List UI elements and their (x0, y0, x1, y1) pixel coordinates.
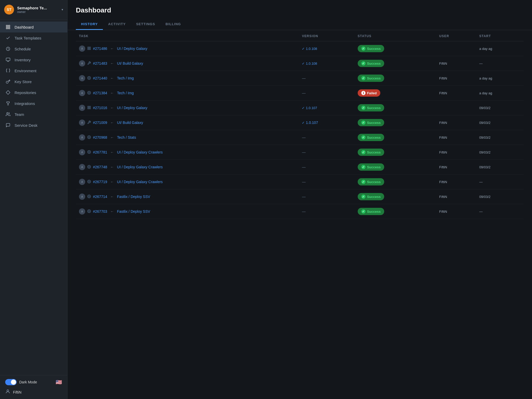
version-text: 1.0.108 (306, 47, 317, 51)
start-cell: — (476, 204, 524, 219)
dark-mode-toggle[interactable] (5, 379, 17, 385)
status-label: Success (367, 62, 381, 65)
task-arrow: ← (110, 195, 114, 199)
user-row[interactable]: FiftiN (5, 389, 62, 395)
sidebar-item-environment[interactable]: Environment (0, 65, 67, 76)
sidebar-item-service-desk[interactable]: Service Desk (0, 120, 67, 131)
task-id[interactable]: #267781 (93, 150, 107, 154)
task-id[interactable]: #271483 (93, 61, 107, 65)
start-cell: 09/03/2 (476, 130, 524, 145)
user-cell: FiftiN (436, 175, 476, 189)
task-id[interactable]: #271440 (93, 76, 107, 80)
status-badge: ✓ Success (358, 75, 384, 82)
tab-history[interactable]: HISTORY (76, 19, 103, 30)
row-avatar: A (79, 60, 85, 66)
table-row[interactable]: A #267719 ← UI / Deploy Galaxy Crawlers … (76, 175, 524, 189)
table-row[interactable]: A #267703 ← Fastlix / Deploy SSV — ✓ Suc… (76, 204, 524, 219)
status-icon: ✓ (361, 195, 365, 199)
task-id[interactable]: #267714 (93, 195, 107, 199)
status-badge: ✓ Success (358, 45, 384, 52)
tab-bar: HISTORYACTIVITYSETTINGSBILLING (76, 19, 524, 30)
version-dash: — (302, 165, 305, 169)
svg-rect-0 (6, 25, 8, 26)
task-cell: A #267714 ← Fastlix / Deploy SSV (76, 189, 299, 204)
status-cell: ✓ Success (355, 130, 436, 145)
task-id[interactable]: #267719 (93, 180, 107, 184)
status-cell: ✓ Success (355, 101, 436, 115)
row-avatar: A (79, 90, 85, 96)
sidebar-item-integrations[interactable]: Integrations (0, 98, 67, 109)
braces-icon (5, 68, 11, 73)
status-cell: ✓ Success (355, 160, 436, 175)
svg-rect-20 (89, 106, 90, 107)
status-badge: ✓ Success (358, 163, 384, 171)
version-cell: — (299, 71, 354, 86)
table-row[interactable]: A #267748 ← UI / Deploy Galaxy Crawlers … (76, 160, 524, 175)
user-label: FiftiN (13, 390, 22, 394)
sidebar-item-schedule[interactable]: Schedule (0, 43, 67, 54)
sidebar-item-dashboard[interactable]: Dashboard (0, 22, 67, 32)
task-cell: A #271384 ← Tech / Img (76, 86, 299, 101)
task-arrow: ← (110, 135, 114, 139)
svg-rect-19 (88, 106, 89, 107)
table-row[interactable]: A #271016 ← UI / Deploy Galaxy ✓1.0.107 … (76, 101, 524, 115)
task-id[interactable]: #271486 (93, 46, 107, 51)
tab-settings[interactable]: SETTINGS (131, 19, 160, 30)
task-id-link[interactable]: #271009 (93, 121, 107, 125)
sidebar-item-key-store[interactable]: Key Store (0, 76, 67, 87)
task-id[interactable]: #270968 (93, 135, 107, 139)
user-cell: FiftiN (436, 56, 476, 71)
clock-icon (5, 46, 11, 51)
sidebar-item-label: Schedule (15, 47, 31, 51)
table-row[interactable]: A #267781 ← UI / Deploy Galaxy Crawlers … (76, 145, 524, 160)
sidebar-item-task-templates[interactable]: Task Templates (0, 32, 67, 43)
table-row[interactable]: A #271009 ← UI/ Build Galaxy ✓1.0.107 ✓ … (76, 115, 524, 130)
task-arrow: ← (110, 121, 114, 125)
table-row[interactable]: A #270968 ← Tech / Stats — ✓ Success Fif… (76, 130, 524, 145)
status-cell: ✓ Success (355, 175, 436, 189)
table-row[interactable]: A #271483 ← UI/ Build Galaxy ✓1.0.108 ✓ … (76, 56, 524, 71)
key-icon (5, 79, 11, 84)
svg-rect-14 (89, 47, 90, 48)
table-row[interactable]: A #271486 ← UI / Deploy Galaxy ✓1.0.108 … (76, 41, 524, 56)
sidebar-item-repositories[interactable]: Repositories (0, 87, 67, 98)
version-link[interactable]: 1.0.107 (306, 121, 318, 125)
task-arrow: ← (110, 46, 114, 51)
task-id[interactable]: #271384 (93, 91, 107, 95)
sidebar-item-inventory[interactable]: Inventory (0, 54, 67, 65)
org-info: Semaphore Te... owner (17, 6, 58, 14)
status-icon: ✓ (361, 76, 365, 80)
task-id-link[interactable]: #267703 (93, 209, 107, 214)
table-row[interactable]: A #271440 ← Tech / Img — ✓ Success Fifti… (76, 71, 524, 86)
status-icon: ✓ (361, 61, 365, 65)
status-icon: ✓ (361, 180, 365, 184)
task-id[interactable]: #271016 (93, 106, 107, 110)
status-icon: ✓ (361, 165, 365, 169)
task-cell: A #271486 ← UI / Deploy Galaxy (76, 41, 299, 56)
chevron-down-icon[interactable]: ▾ (62, 8, 63, 11)
tab-billing[interactable]: BILLING (160, 19, 186, 30)
user-cell: FiftiN (436, 86, 476, 101)
task-arrow: ← (110, 76, 114, 80)
dark-mode-row: Dark Mode 🇺🇸 (5, 379, 62, 385)
task-arrow: ← (110, 91, 114, 95)
user-cell: FiftiN (436, 71, 476, 86)
status-badge: ✓ Success (358, 104, 384, 111)
row-avatar: A (79, 194, 85, 200)
version-dash: — (302, 135, 305, 139)
status-badge: ✓ Success (358, 119, 384, 126)
status-icon: ✓ (361, 209, 365, 214)
task-id[interactable]: #267748 (93, 165, 107, 169)
table-row[interactable]: A #267714 ← Fastlix / Deploy SSV — ✓ Suc… (76, 189, 524, 204)
status-cell: ✓ Success (355, 115, 436, 130)
sidebar-item-team[interactable]: Team (0, 109, 67, 120)
status-badge: ✓ Success (358, 60, 384, 67)
status-icon: ✓ (361, 106, 365, 110)
table-row[interactable]: A #271384 ← Tech / Img — ℹ Failed FiftiN… (76, 86, 524, 101)
sidebar-item-label: Inventory (15, 58, 31, 62)
tab-activity[interactable]: ACTIVITY (103, 19, 131, 30)
sidebar-item-label: Integrations (15, 101, 35, 106)
task-cell: A #267748 ← UI / Deploy Galaxy Crawlers (76, 160, 299, 175)
main-header: Dashboard HISTORYACTIVITYSETTINGSBILLING (68, 0, 532, 30)
sidebar-header[interactable]: ST Semaphore Te... owner ▾ (0, 0, 67, 19)
